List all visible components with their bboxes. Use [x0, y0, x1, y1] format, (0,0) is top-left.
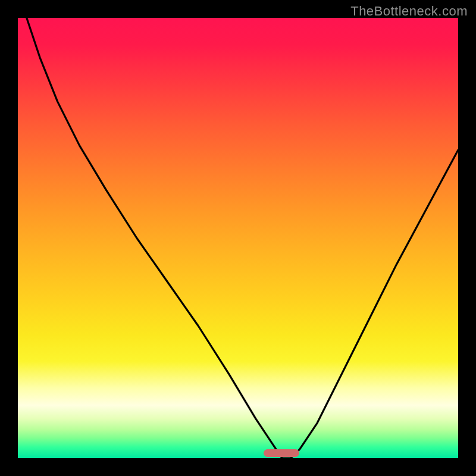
minimum-marker [264, 449, 299, 457]
plot-area [18, 18, 458, 458]
watermark-text: TheBottleneck.com [350, 4, 468, 19]
bottleneck-curve [18, 18, 458, 458]
chart-frame: TheBottleneck.com [0, 0, 476, 476]
